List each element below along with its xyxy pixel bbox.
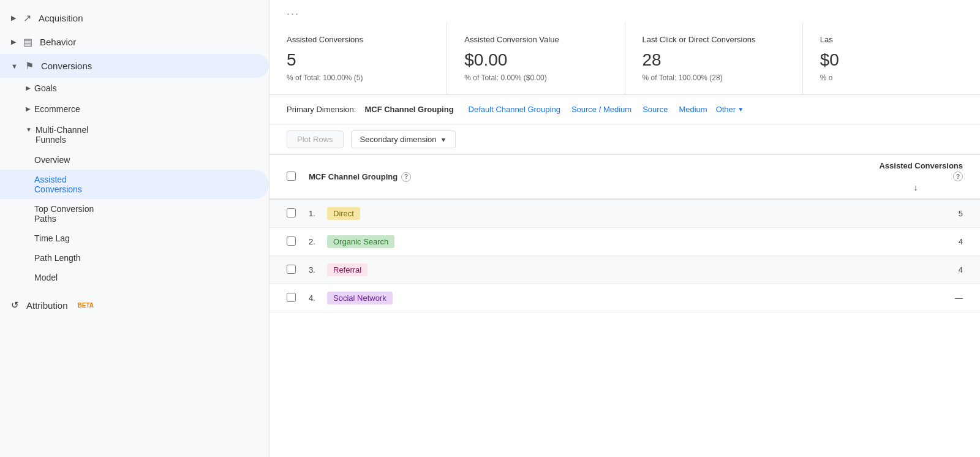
row-value: 5	[865, 209, 963, 218]
attribution-label: Attribution	[26, 300, 68, 311]
sidebar-item-top-conversion-paths[interactable]: Top Conversion Paths	[0, 199, 269, 228]
stat-sub-last-click: % of Total: 100.00% (28)	[643, 74, 785, 82]
stats-row: Assisted Conversions 5 % of Total: 100.0…	[270, 23, 980, 95]
select-all-checkbox[interactable]	[287, 172, 296, 181]
stat-value-assisted: 5	[287, 50, 429, 70]
sidebar-item-acquisition[interactable]: ▶ ↗ Acquisition	[0, 6, 269, 30]
row-checkbox-0[interactable]	[287, 208, 296, 217]
stat-card-last-value: Las $0 % o	[803, 23, 980, 94]
sidebar-item-model[interactable]: Model	[0, 268, 269, 287]
row-channel-cell: Social Network	[327, 292, 865, 304]
stat-value-last-value: $0	[820, 50, 963, 70]
stat-label-value: Assisted Conversion Value	[464, 35, 607, 44]
channel-tag[interactable]: Organic Search	[327, 235, 394, 248]
channel-tag[interactable]: Direct	[327, 207, 360, 220]
acquisition-icon: ↗	[23, 12, 31, 24]
table-body: 1. Direct 5 2. Organic Search 4 3. Refer…	[270, 200, 980, 312]
chevron-down-icon: ▼	[440, 136, 447, 143]
table-row: 3. Referral 4	[270, 256, 980, 284]
row-checkbox-cell	[287, 208, 309, 219]
beta-badge: BETA	[78, 302, 94, 309]
stat-label-last-click: Last Click or Direct Conversions	[643, 35, 785, 44]
channel-help-icon[interactable]: ?	[401, 172, 411, 182]
sidebar-item-multi-channel[interactable]: ▼ Multi-Channel Funnels	[0, 119, 269, 150]
row-value: 4	[865, 265, 963, 274]
row-checkbox-cell	[287, 236, 309, 247]
sidebar-item-behavior[interactable]: ▶ ▤ Behavior	[0, 30, 269, 54]
attribution-icon: ↺	[11, 300, 19, 311]
sort-arrow-icon[interactable]: ↓	[914, 183, 918, 192]
pd-link-medium[interactable]: Medium	[679, 105, 707, 114]
behavior-arrow: ▶	[11, 38, 16, 46]
sidebar-item-goals[interactable]: ▶ Goals	[0, 78, 269, 99]
row-number: 2.	[309, 237, 327, 246]
ecommerce-label: Ecommerce	[34, 104, 80, 114]
sidebar-item-assisted-conversions[interactable]: Assisted Conversions	[0, 170, 269, 199]
behavior-icon: ▤	[23, 36, 32, 48]
row-checkbox-cell	[287, 265, 309, 276]
row-checkbox-3[interactable]	[287, 293, 296, 302]
pd-link-default-channel[interactable]: Default Channel Grouping	[469, 105, 560, 114]
sidebar-item-overview[interactable]: Overview	[0, 150, 269, 170]
row-channel-cell: Referral	[327, 263, 865, 276]
sidebar-item-path-length[interactable]: Path Length	[0, 248, 269, 268]
other-chevron-icon: ▼	[737, 106, 744, 113]
main-content: ... Assisted Conversions 5 % of Total: 1…	[270, 0, 980, 457]
ellipsis: ...	[270, 0, 980, 23]
ecommerce-arrow: ▶	[26, 105, 31, 112]
multi-channel-label: Multi-Channel Funnels	[36, 125, 88, 145]
pd-label: Primary Dimension:	[287, 105, 356, 114]
table-row: 2. Organic Search 4	[270, 228, 980, 256]
row-checkbox-2[interactable]	[287, 265, 296, 274]
goals-label: Goals	[34, 83, 57, 93]
sidebar: ▶ ↗ Acquisition ▶ ▤ Behavior ▼ ⚑ Convers…	[0, 0, 270, 457]
sidebar-item-ecommerce[interactable]: ▶ Ecommerce	[0, 99, 269, 119]
row-checkbox-1[interactable]	[287, 236, 296, 246]
stat-value-value: $0.00	[464, 50, 607, 70]
pd-link-source-medium[interactable]: Source / Medium	[571, 105, 631, 114]
stat-card-last-click: Last Click or Direct Conversions 28 % of…	[625, 23, 803, 94]
overview-label: Overview	[34, 155, 70, 165]
pd-link-source[interactable]: Source	[643, 105, 668, 114]
conversions-icon: ⚑	[25, 60, 34, 72]
acquisition-label: Acquisition	[39, 13, 83, 23]
conversions-arrow: ▼	[11, 62, 18, 70]
header-checkbox-cell	[287, 172, 309, 183]
time-lag-label: Time Lag	[34, 233, 70, 243]
row-number: 1.	[309, 209, 327, 218]
data-table: MCF Channel Grouping ? Assisted Conversi…	[270, 155, 980, 325]
multi-channel-arrow: ▼	[26, 126, 32, 133]
primary-dimension-bar: Primary Dimension: MCF Channel Grouping …	[270, 95, 980, 124]
row-channel-cell: Direct	[327, 207, 865, 220]
row-value: 4	[865, 237, 963, 246]
pd-active: MCF Channel Grouping	[364, 105, 453, 114]
table-row: 4. Social Network —	[270, 284, 980, 312]
secondary-dimension-dropdown[interactable]: Secondary dimension ▼	[351, 130, 456, 148]
row-number: 4.	[309, 293, 327, 303]
channel-tag[interactable]: Referral	[327, 263, 368, 276]
sidebar-item-conversions[interactable]: ▼ ⚑ Conversions	[0, 54, 269, 78]
behavior-label: Behavior	[40, 37, 76, 47]
th-channel: MCF Channel Grouping ?	[309, 172, 865, 182]
stat-sub-assisted: % of Total: 100.00% (5)	[287, 74, 429, 82]
stat-value-last-click: 28	[643, 50, 785, 70]
model-label: Model	[34, 273, 58, 282]
sidebar-item-attribution[interactable]: ↺ Attribution BETA	[0, 293, 269, 317]
row-checkbox-cell	[287, 293, 309, 304]
pd-other-dropdown[interactable]: Other ▼	[716, 105, 744, 114]
goals-arrow: ▶	[26, 85, 31, 91]
plot-rows-button[interactable]: Plot Rows	[287, 130, 344, 148]
acquisition-arrow: ▶	[11, 14, 16, 22]
stat-card-assisted-conversions: Assisted Conversions 5 % of Total: 100.0…	[270, 23, 447, 94]
channel-tag[interactable]: Social Network	[327, 292, 393, 304]
assisted-help-icon[interactable]: ?	[953, 172, 963, 181]
top-conversion-label: Top Conversion Paths	[34, 204, 94, 224]
stat-label-assisted: Assisted Conversions	[287, 35, 429, 44]
conversions-label: Conversions	[41, 61, 92, 71]
sidebar-item-time-lag[interactable]: Time Lag	[0, 228, 269, 248]
stat-sub-value: % of Total: 0.00% ($0.00)	[464, 74, 607, 82]
stat-card-assisted-value: Assisted Conversion Value $0.00 % of Tot…	[447, 23, 625, 94]
stat-label-last-value: Las	[820, 35, 963, 44]
secondary-dim-label: Secondary dimension	[360, 135, 437, 144]
table-row: 1. Direct 5	[270, 200, 980, 228]
